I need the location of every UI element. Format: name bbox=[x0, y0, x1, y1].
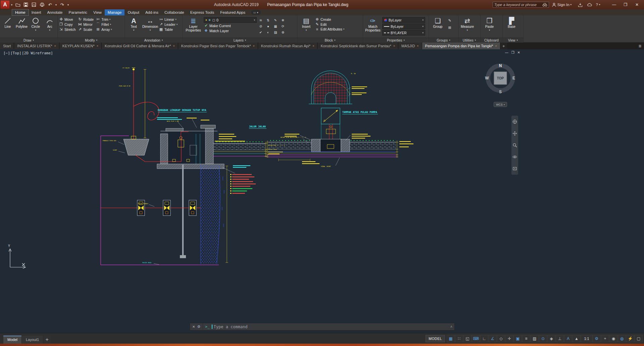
full-navigation-wheel-icon[interactable] bbox=[512, 119, 517, 124]
layout1-tab[interactable]: Layout1 bbox=[22, 336, 43, 344]
transparency-toggle[interactable]: ▨ bbox=[531, 335, 539, 342]
file-tab[interactable]: Konstruksi Rumah Racun Api* × bbox=[258, 43, 318, 49]
autodesk-cloud-icon[interactable] bbox=[586, 1, 593, 8]
close-tab-icon[interactable]: × bbox=[312, 44, 314, 48]
stretch-tool[interactable]: ⇲Stretch bbox=[59, 27, 76, 32]
zoom-icon[interactable] bbox=[512, 143, 517, 148]
grid-mode-toggle[interactable]: ▦ bbox=[447, 335, 455, 342]
view-panel-footer[interactable]: View▾ bbox=[503, 38, 523, 43]
layer-tool-icon[interactable]: ⊘ bbox=[257, 23, 264, 29]
edit-attributes-button[interactable]: ≡Edit Attributes▾ bbox=[315, 27, 344, 31]
file-tab[interactable]: Pemasangan Pompa dan Pipa ke Tangki* × bbox=[422, 43, 500, 49]
close-tab-icon[interactable]: × bbox=[253, 44, 255, 48]
valve-assembly[interactable] bbox=[189, 200, 196, 216]
undo-icon[interactable]: ↶ bbox=[46, 1, 54, 8]
customize-command-icon[interactable]: ⚙ bbox=[197, 325, 200, 329]
measure-button[interactable]: ⇄ Measure ▾ bbox=[459, 16, 475, 32]
viewport-view-control[interactable]: [Top] bbox=[10, 51, 21, 55]
layer-properties-button[interactable]: ≣ Layer Properties bbox=[184, 16, 203, 32]
layer-tool-icon[interactable]: ⇅ bbox=[265, 17, 271, 23]
layer-tool-icon[interactable]: ⊕ bbox=[280, 30, 286, 35]
viewport-minimize-icon[interactable]: — bbox=[505, 51, 508, 54]
undo-chevron-icon[interactable]: ▾ bbox=[54, 1, 58, 8]
file-tab[interactable]: INSTALASI LISTRIK* × bbox=[14, 43, 59, 49]
tab-overflow-menu-icon[interactable]: ≣ bbox=[636, 43, 644, 49]
help-button[interactable]: ? ▾ bbox=[595, 3, 603, 7]
annotation-scale-button[interactable]: 1:1 bbox=[581, 335, 592, 342]
linear-dimension-tool[interactable]: ↦Linear▾ bbox=[159, 17, 178, 21]
object-color-dropdown[interactable]: ByLayer▾ bbox=[382, 17, 425, 23]
ribbon-tab[interactable]: Collaborate bbox=[161, 9, 187, 15]
qat-customize-chevron-icon[interactable]: ▾ bbox=[66, 1, 70, 8]
utilities-panel-footer[interactable]: Utilities▾ bbox=[458, 38, 480, 43]
trim-tool[interactable]: ✄Trim▾ bbox=[96, 17, 112, 21]
app-store-icon[interactable] bbox=[577, 1, 584, 8]
file-tab[interactable]: Konstruksi Pagar Besi dan Pagar Tembok* … bbox=[178, 43, 258, 49]
create-block-button[interactable]: ⊕Create bbox=[315, 17, 344, 21]
pan-icon[interactable] bbox=[512, 131, 517, 136]
scale-tool[interactable]: ⇗Scale bbox=[78, 27, 94, 32]
ortho-mode-toggle[interactable]: ∟ bbox=[480, 335, 488, 342]
block-panel-footer[interactable]: Block▾ bbox=[297, 38, 363, 43]
match-layer-button[interactable]: ❖Match Layer bbox=[204, 28, 257, 33]
viewport-restore-icon[interactable]: ❐ bbox=[511, 51, 514, 54]
close-tab-icon[interactable]: × bbox=[495, 44, 497, 48]
ribbon-tab[interactable]: Annotate bbox=[44, 9, 65, 15]
properties-panel-footer[interactable]: Properties▾ bbox=[363, 38, 429, 43]
ribbon-display-toggle[interactable]: ▭ ▾ bbox=[251, 10, 261, 15]
base-view-button[interactable]: ▛ Base bbox=[504, 16, 519, 29]
viewcube-south-label[interactable]: S bbox=[499, 90, 502, 94]
array-tool[interactable]: ⊞Array▾ bbox=[96, 27, 112, 32]
workspace-switching-button[interactable]: ⚙ bbox=[593, 335, 601, 342]
file-tab[interactable]: Konstruksi Septicktank dan Sumur Pantau*… bbox=[317, 43, 398, 49]
layer-tool-icon[interactable]: ✔ bbox=[257, 30, 264, 35]
insert-block-button[interactable]: ▤ Insert ▾ bbox=[298, 16, 314, 32]
file-tab[interactable]: KEYPLAN KUSEN* × bbox=[59, 43, 102, 49]
viewport-visual-style-control[interactable]: [2D Wireframe] bbox=[22, 51, 53, 55]
binoculars-search-icon[interactable] bbox=[542, 3, 547, 7]
annotation-panel-footer[interactable]: Annotation▾ bbox=[125, 38, 182, 43]
close-tab-icon[interactable]: × bbox=[97, 44, 98, 48]
layer-tool-icon[interactable]: ≋ bbox=[257, 17, 264, 23]
ribbon-tab[interactable]: Featured Apps bbox=[217, 9, 248, 15]
pump-island-plan-drawing[interactable]: R. 18 T bbox=[266, 71, 413, 167]
show-motion-icon[interactable] bbox=[512, 166, 517, 171]
isometric-drafting-toggle[interactable]: ◇ bbox=[497, 335, 505, 342]
layer-tool-icon[interactable]: ◐ bbox=[265, 30, 271, 35]
selection-cycling-toggle[interactable]: ⊙ bbox=[539, 335, 547, 342]
ucs-icon[interactable]: Y bbox=[8, 244, 26, 269]
ribbon-tab[interactable]: Parametric bbox=[66, 9, 91, 15]
viewport-close-icon[interactable]: ✕ bbox=[517, 51, 520, 54]
dynamic-input-toggle[interactable]: ⌨ bbox=[472, 335, 480, 342]
wcs-dropdown[interactable]: WCS ▾ bbox=[494, 102, 507, 107]
ribbon-tab[interactable]: Manage bbox=[105, 9, 125, 15]
dynamic-ucs-toggle[interactable]: ⊥ bbox=[556, 335, 564, 342]
close-command-line-icon[interactable]: ✕ bbox=[192, 325, 195, 329]
lineweight-toggle[interactable]: ≡ bbox=[522, 335, 530, 342]
paste-button[interactable]: ❒ Paste ▾ bbox=[482, 16, 497, 32]
viewcube-west-label[interactable]: W bbox=[485, 76, 489, 80]
match-properties-button[interactable]: ✑ Match Properties bbox=[364, 16, 382, 32]
ungroup-icon[interactable]: ✎ bbox=[446, 17, 453, 23]
ribbon-tab[interactable]: Output bbox=[125, 9, 142, 15]
fillet-tool[interactable]: ⌒Fillet▾ bbox=[96, 22, 112, 27]
make-current-button[interactable]: ✔Make Current bbox=[204, 23, 257, 28]
model-space-canvas[interactable]: FV VALVE PIPA GAS Ø 20 PONDASI PIPA GAS … bbox=[0, 49, 644, 333]
viewcube-north-label[interactable]: N bbox=[499, 63, 502, 68]
layers-panel-footer[interactable]: Layers▾ bbox=[183, 38, 297, 43]
ribbon-tab[interactable]: View bbox=[90, 9, 105, 15]
linetype-dropdown[interactable]: BYLAYER▾ bbox=[382, 30, 425, 36]
isolate-objects-button[interactable]: ◍ bbox=[618, 335, 626, 342]
command-history-chevron-icon[interactable]: ˄ bbox=[448, 325, 454, 329]
sign-in-button[interactable]: Sign In ▾ bbox=[551, 3, 575, 7]
add-scales-button[interactable]: + bbox=[601, 335, 609, 342]
layer-tool-icon[interactable]: ❄ bbox=[280, 17, 286, 23]
file-tab[interactable]: MASJID × bbox=[398, 43, 422, 49]
clipboard-panel-footer[interactable]: Clipboard bbox=[481, 38, 502, 43]
clean-screen-button[interactable]: ▢ bbox=[635, 335, 643, 342]
command-line[interactable]: ✕ ⚙ >_ ˄ bbox=[190, 323, 455, 331]
layer-tool-icon[interactable]: ● bbox=[265, 23, 271, 29]
cad-drawing[interactable]: FV VALVE PIPA GAS Ø 20 PONDASI PIPA GAS … bbox=[0, 49, 644, 333]
polar-tracking-toggle[interactable]: ∠ bbox=[489, 335, 497, 342]
circle-tool[interactable]: Circle ▾ bbox=[29, 16, 43, 32]
